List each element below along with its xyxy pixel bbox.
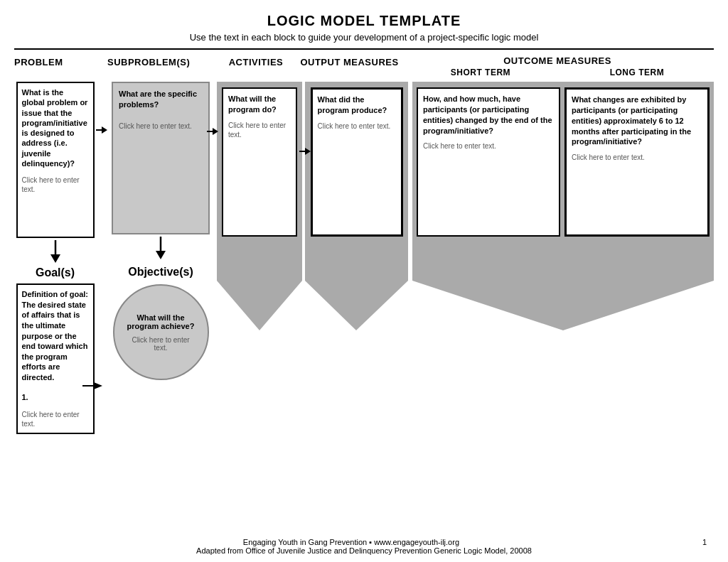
svg-marker-14 [94, 382, 102, 389]
page-subtitle: Use the text in each block to guide your… [14, 32, 714, 43]
activities-text: What will the program do? [228, 94, 277, 114]
output-box[interactable]: What did the program produce? Click here… [311, 87, 403, 237]
goal-click[interactable]: Click here to enter text. [22, 410, 89, 428]
arrow-subproblem-to-objectives [154, 237, 168, 259]
problem-text: What is the global problem or issue that… [22, 88, 88, 168]
short-term-click[interactable]: Click here to enter text. [423, 141, 554, 151]
long-term-box[interactable]: What changes are exhibited by participan… [564, 87, 710, 237]
short-term-text: How, and how much, have participants (or… [423, 94, 552, 135]
svg-marker-5 [156, 251, 166, 259]
activities-content: What will the program do? Click here to … [217, 82, 302, 330]
footer: Engaging Youth in Gang Prevention ▪ www.… [0, 538, 728, 555]
header-activities: ACTIVITIES [214, 55, 298, 77]
right-arrow-icon-2 [207, 126, 218, 137]
output-click[interactable]: Click here to enter text. [318, 121, 396, 131]
goal-def-text: Definition of goal: The desired state of… [22, 290, 88, 382]
header-problem: PROBLEM [14, 55, 96, 68]
output-content: What did the program produce? Click here… [305, 82, 408, 330]
svg-marker-10 [305, 148, 311, 155]
outcome-content: How, and how much, have participants (or… [412, 82, 714, 330]
down-arrow-icon [48, 240, 63, 263]
footer-line1: Engaging Youth in Gang Prevention ▪ www.… [0, 538, 728, 546]
right-arrow-icon-3 [299, 146, 311, 157]
goal-def-box[interactable]: Definition of goal: The desired state of… [16, 283, 95, 434]
svg-marker-1 [50, 254, 60, 263]
header-outcome: OUTCOME MEASURES Short term Long Term [401, 55, 714, 77]
down-arrow-icon-2 [154, 237, 168, 259]
arrow-goal-to-circle [82, 380, 102, 391]
goals-label: Goal(s) [36, 266, 75, 279]
subproblem-section: What are the specific problems? Click he… [107, 82, 214, 434]
activities-click[interactable]: Click here to enter text. [228, 121, 291, 140]
right-arrow-icon [96, 124, 107, 136]
arrow-to-activities [207, 126, 218, 140]
svg-marker-7 [213, 128, 218, 135]
arrow-to-output [299, 146, 311, 160]
activities-box[interactable]: What will the program do? Click here to … [222, 87, 297, 237]
circle-objectives[interactable]: What will the program achieve? Click her… [113, 284, 209, 380]
subproblem-click[interactable]: Click here to enter text. [119, 122, 192, 130]
header-subproblem: SUBPROBLEM(S) [107, 55, 214, 68]
page-title: LOGIC MODEL TEMPLATE [14, 13, 714, 29]
footer-page: 1 [702, 538, 707, 546]
long-term-text: What changes are exhibited by participan… [572, 95, 691, 146]
circle-bold: What will the program achieve? [126, 313, 196, 330]
main-layout: What is the global problem or issue that… [14, 82, 714, 434]
divider [14, 48, 714, 50]
subproblem-box[interactable]: What are the specific problems? Click he… [112, 82, 210, 234]
subproblem-text: What are the specific problems? [119, 90, 197, 109]
arrow-problem-to-goals [48, 240, 63, 263]
goal-item: 1. [22, 393, 28, 401]
header-long-term: Long Term [610, 67, 665, 77]
objectives-label: Objective(s) [128, 266, 193, 279]
short-term-box[interactable]: How, and how much, have participants (or… [417, 87, 560, 237]
footer-line2: Adapted from Office of Juvenile Justice … [0, 546, 728, 555]
right-area: What will the program do? Click here to … [217, 82, 714, 434]
pentagon-group: What will the program do? Click here to … [217, 82, 714, 330]
problem-box[interactable]: What is the global problem or issue that… [16, 82, 95, 238]
circle-click[interactable]: Click here to enter text. [126, 336, 196, 352]
header-short-term: Short term [451, 67, 510, 77]
right-arrow-icon-goal [82, 380, 102, 391]
long-term-click[interactable]: Click here to enter text. [572, 153, 702, 163]
column-headers: PROBLEM SUBPROBLEM(S) ACTIVITIES OUTPUT … [14, 55, 714, 77]
header-output: OUTPUT MEASURES [298, 55, 401, 77]
output-text: What did the program produce? [318, 95, 387, 114]
page: LOGIC MODEL TEMPLATE Use the text in eac… [0, 0, 728, 562]
problem-click[interactable]: Click here to enter text. [22, 175, 89, 194]
svg-marker-3 [102, 126, 107, 134]
